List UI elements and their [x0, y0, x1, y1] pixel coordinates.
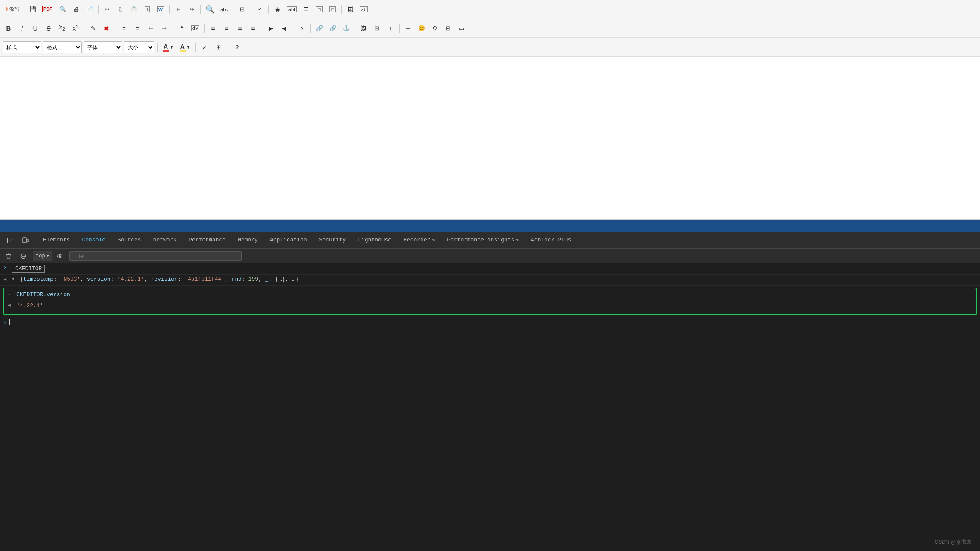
- highlighted-block: › CKEDITOR.version ◄ '4.22.1': [3, 288, 977, 315]
- pagebreak-button[interactable]: ⊠: [442, 22, 454, 34]
- tab-network[interactable]: Network: [147, 232, 183, 249]
- highlight-color-dropdown-icon: ▼: [186, 45, 190, 50]
- justifyblock-button[interactable]: ≡: [247, 22, 259, 34]
- image-button[interactable]: 🖼: [344, 3, 357, 15]
- radio-button[interactable]: ◉: [271, 3, 283, 15]
- removeformat-button[interactable]: ✖: [100, 22, 112, 34]
- tab-performance-label: Performance: [189, 237, 226, 243]
- output-text-1: {timestamp: 'N5UC', version: '4.22.1', r…: [20, 276, 299, 282]
- save-button[interactable]: 💾: [27, 3, 39, 15]
- tab-adblock[interactable]: Adblock Plus: [525, 232, 577, 249]
- tab-application[interactable]: Application: [264, 232, 313, 249]
- cut-button[interactable]: ✂: [101, 3, 113, 15]
- tab-lighthouse[interactable]: Lighthouse: [352, 232, 397, 249]
- paste-text-button[interactable]: T: [141, 3, 153, 15]
- link-button[interactable]: 🔗: [313, 22, 326, 34]
- style-select[interactable]: 样式: [3, 41, 41, 53]
- anchor-button[interactable]: ⚓: [340, 22, 352, 34]
- tab-elements[interactable]: Elements: [37, 232, 76, 249]
- specialchar-button[interactable]: Ω: [429, 22, 441, 34]
- spellcheck-button[interactable]: abc: [218, 3, 230, 15]
- creatediv-button[interactable]: div: [189, 22, 202, 34]
- language-button[interactable]: A: [296, 22, 308, 34]
- outdent-button[interactable]: ⇐: [145, 22, 157, 34]
- paste-button[interactable]: 📋: [128, 3, 140, 15]
- justifyleft-button[interactable]: ≡: [207, 22, 219, 34]
- output-arrow-2: ◄: [8, 303, 14, 309]
- pdf-button[interactable]: PDF: [40, 3, 56, 15]
- undo-button[interactable]: ↩: [172, 3, 184, 15]
- console-clear-button[interactable]: [3, 251, 14, 261]
- bidiLtr-button[interactable]: ▶: [265, 22, 277, 34]
- tab-memory[interactable]: Memory: [232, 232, 264, 249]
- tab-sources[interactable]: Sources: [112, 232, 147, 249]
- checkspell-button[interactable]: ✓: [254, 3, 266, 15]
- find-button[interactable]: 🔍: [203, 3, 217, 15]
- underline-button[interactable]: U: [29, 22, 41, 34]
- italic-button[interactable]: I: [16, 22, 28, 34]
- copy-icon: ⎘: [119, 6, 122, 12]
- paste-word-button[interactable]: W: [155, 3, 167, 15]
- highlighted-input-line: › CKEDITOR.version: [4, 290, 976, 301]
- strike-button[interactable]: S: [43, 22, 55, 34]
- highlight-color-button[interactable]: A ▼: [177, 41, 192, 53]
- sep8: [341, 5, 342, 14]
- tab-security[interactable]: Security: [313, 232, 352, 249]
- console-filter-button[interactable]: [18, 251, 28, 261]
- justifycenter-button[interactable]: ≡: [220, 22, 233, 34]
- unlink-button[interactable]: 🔗: [327, 22, 339, 34]
- maximize-button[interactable]: ⤢: [199, 41, 211, 53]
- font-color-button[interactable]: A ▼: [161, 41, 176, 53]
- templates-button[interactable]: 📄: [84, 3, 96, 15]
- tab-performance-insights[interactable]: Performance insights ⚗: [441, 232, 525, 249]
- source-button[interactable]: ❋ 源码: [3, 3, 21, 15]
- sep12: [204, 24, 205, 33]
- input2-button[interactable]: ab: [358, 3, 370, 15]
- hiddenfield-button[interactable]: □: [327, 3, 339, 15]
- bold-button[interactable]: B: [3, 22, 15, 34]
- cut-icon: ✂: [105, 6, 110, 12]
- size-select[interactable]: 大小: [124, 41, 154, 53]
- format-select[interactable]: 格式: [43, 41, 82, 53]
- bidiLtr-icon: ▶: [269, 25, 273, 31]
- selectall-button[interactable]: ⊞: [236, 3, 248, 15]
- button2-button[interactable]: □: [313, 3, 326, 15]
- bulletedlist-button[interactable]: ≡: [131, 22, 143, 34]
- smiley-button[interactable]: 😊: [416, 22, 428, 34]
- textfield-button[interactable]: abl: [285, 3, 299, 15]
- bidiRtl-button[interactable]: ◀: [278, 22, 290, 34]
- highlight-button[interactable]: ✎: [87, 22, 99, 34]
- console-filter-input[interactable]: [69, 251, 242, 261]
- font-select[interactable]: 字体: [84, 41, 122, 53]
- image2-button[interactable]: 🖼: [358, 22, 370, 34]
- subscript-button[interactable]: X2: [56, 22, 68, 34]
- tab-performance[interactable]: Performance: [183, 232, 232, 249]
- language-icon: A: [300, 26, 303, 31]
- justifyright-button[interactable]: ≡: [234, 22, 246, 34]
- tableformat-button[interactable]: T: [385, 22, 397, 34]
- console-prompt-line[interactable]: ›: [0, 317, 980, 328]
- help-button[interactable]: ?: [231, 41, 243, 53]
- eye-button[interactable]: [55, 251, 65, 261]
- tab-console[interactable]: Console: [76, 232, 112, 249]
- tab-recorder[interactable]: Recorder ⚗: [397, 232, 441, 249]
- horizontalrule-button[interactable]: ─: [402, 22, 414, 34]
- select2-button[interactable]: ☰: [300, 3, 312, 15]
- watermark: CSDN @令书来: [934, 539, 971, 546]
- numberedlist-button[interactable]: ≡: [118, 22, 130, 34]
- redo-button[interactable]: ↪: [186, 3, 198, 15]
- preview-button[interactable]: 🔍: [57, 3, 69, 15]
- devtools-device-button[interactable]: [19, 234, 32, 247]
- blockquote-button[interactable]: ❝: [176, 22, 188, 34]
- top-context-select[interactable]: top ▼: [33, 251, 52, 261]
- print-button[interactable]: 🖨: [70, 3, 82, 15]
- superscript-button[interactable]: X2: [69, 22, 81, 34]
- iframe-button[interactable]: ▭: [456, 22, 468, 34]
- showblocks-button[interactable]: ⊞: [213, 41, 225, 53]
- devtools-inspect-button[interactable]: [3, 234, 16, 247]
- copy-button[interactable]: ⎘: [115, 3, 127, 15]
- editor-content[interactable]: [0, 57, 980, 219]
- table-button[interactable]: ⊞: [371, 22, 383, 34]
- expand-arrow-1[interactable]: ◀: [3, 276, 9, 282]
- indent-button[interactable]: ⇒: [158, 22, 170, 34]
